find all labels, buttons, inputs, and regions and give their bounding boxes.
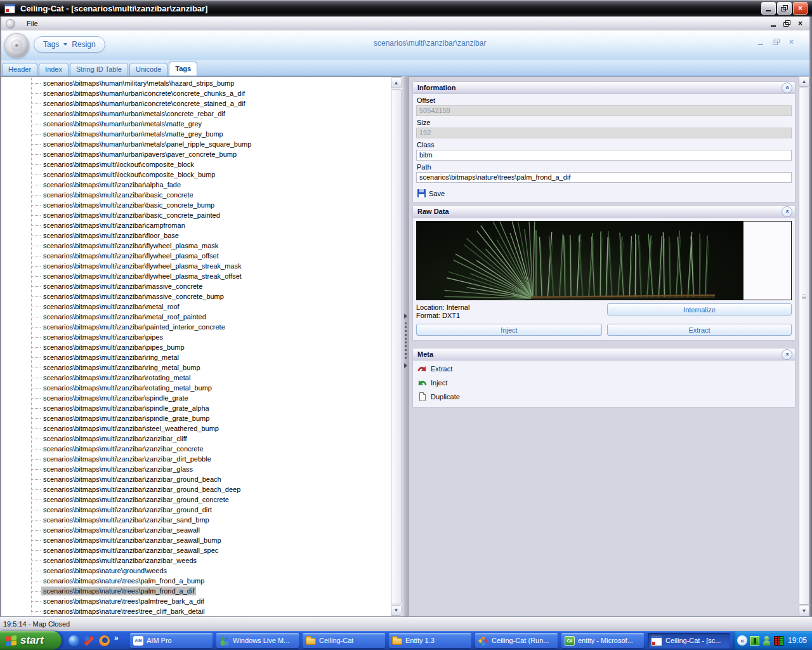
tree-item[interactable]: scenarios\bitmaps\multi\zanzibar\pipes [1,332,390,342]
splitter-grip[interactable] [405,322,407,359]
tree-item[interactable]: scenarios\bitmaps\multi\zanzibar\steel_w… [1,423,390,434]
taskbar-task-ceiling-cat-sc[interactable]: Ceiling-Cat - [sc... [648,633,730,648]
tree-item[interactable]: scenarios\bitmaps\multi\zanzibar\basic_c… [1,210,390,220]
tree-item[interactable]: scenarios\bitmaps\human\urban\metals\con… [1,109,390,119]
tab-unicode[interactable]: Unicode [129,63,167,76]
collapse-chevron-icon[interactable]: « [782,83,792,93]
tree-item[interactable]: scenarios\bitmaps\multi\zanzibar\spindle… [1,403,390,413]
tree-item[interactable]: scenarios\bitmaps\nature\ground\weeds [1,566,390,576]
collapse-chevron-icon[interactable]: « [782,349,792,360]
tab-index[interactable]: Index [39,63,69,76]
tree-item[interactable]: scenarios\bitmaps\multi\zanzibar\metal_r… [1,302,390,312]
meta-extract-item[interactable]: Extract [413,362,795,376]
tree-item[interactable]: scenarios\bitmaps\human\urban\metals\mat… [1,129,390,139]
tree-item[interactable]: scenarios\bitmaps\multi\zanzibar\zanziba… [1,545,390,555]
tree-item[interactable]: scenarios\bitmaps\multi\zanzibar\zanziba… [1,434,390,444]
tree-item[interactable]: scenarios\bitmaps\multi\zanzibar\zanziba… [1,464,390,474]
toolbar-minimize-button[interactable] [757,39,765,46]
tree-item[interactable]: scenarios\bitmaps\multi\zanzibar\zanziba… [1,474,390,484]
tree-item[interactable]: scenarios\bitmaps\multi\zanzibar\flywhee… [1,251,390,261]
tree-item[interactable]: scenarios\bitmaps\multi\zanzibar\zanziba… [1,535,390,545]
save-button[interactable]: Save [417,189,790,197]
tree-item[interactable]: scenarios\bitmaps\multi\zanzibar\zanziba… [1,454,390,464]
mdi-minimize-button[interactable] [769,20,778,27]
tree-item[interactable]: scenarios\bitmaps\multi\zanzibar\alpha_f… [1,180,390,190]
tree-item[interactable]: scenarios\bitmaps\nature\trees\palm_fron… [1,586,390,596]
tree-item[interactable]: scenarios\bitmaps\multi\zanzibar\pipes_b… [1,342,390,352]
tree-item[interactable]: scenarios\bitmaps\human\urban\metals\pan… [1,139,390,149]
mdi-close-button[interactable]: × [796,20,804,27]
quick-launch-overflow[interactable]: » [114,633,119,642]
tree-item[interactable]: scenarios\bitmaps\multi\zanzibar\flywhee… [1,241,390,251]
tree-item[interactable]: scenarios\bitmaps\multi\zanzibar\rotatin… [1,373,390,383]
extract-button[interactable]: Extract [607,324,792,336]
tree-item[interactable]: scenarios\bitmaps\human\urban\concrete\c… [1,88,390,98]
aim-man-icon[interactable] [84,635,95,646]
taskbar-task-entity-1-3[interactable]: Entity 1.3 [389,633,471,648]
tree-item[interactable]: scenarios\bitmaps\human\urban\metals\mat… [1,119,390,129]
tab-header[interactable]: Header [2,63,37,76]
tab-tags[interactable]: Tags [169,62,197,76]
tree-item[interactable]: scenarios\bitmaps\nature\trees\tree_clif… [1,606,390,615]
tree-item[interactable]: scenarios\bitmaps\multi\zanzibar\zanziba… [1,444,390,454]
taskbar-task-ceiling-cat[interactable]: Ceiling-Cat [303,633,385,648]
tree-scrollbar[interactable]: ▲ ▼ [391,77,402,616]
firefox-icon[interactable] [99,635,110,646]
tree-item[interactable]: scenarios\bitmaps\multi\zanzibar\zanziba… [1,505,390,515]
taskbar-clock[interactable]: 19:05 [788,636,807,645]
mdi-child-system-icon[interactable] [6,19,15,29]
tree-item[interactable]: scenarios\bitmaps\multi\zanzibar\painted… [1,322,390,332]
toolbar-close-button[interactable]: × [787,39,796,46]
taskbar-task-ceiling-cat-run[interactable]: Ceiling-Cat (Run... [475,633,558,648]
tree-item[interactable]: scenarios\bitmaps\multi\zanzibar\zanziba… [1,494,390,505]
disc-orb-button[interactable] [4,33,29,58]
scroll-down-icon[interactable]: ▼ [799,606,809,616]
tree-item[interactable]: scenarios\bitmaps\nature\trees\palm_fron… [1,576,390,586]
tree-item[interactable]: scenarios\bitmaps\multi\zanzibar\ring_me… [1,362,390,373]
inject-button[interactable]: Inject [416,324,602,336]
tree-item[interactable]: scenarios\bitmaps\multi\zanzibar\flywhee… [1,261,390,271]
splitter-arrow-icon[interactable] [404,314,407,319]
class-field[interactable]: bitm [416,150,792,161]
tree-item[interactable]: scenarios\bitmaps\multi\zanzibar\zanziba… [1,484,390,494]
detail-scrollbar[interactable]: ▲ ▼ [799,76,809,616]
close-button[interactable]: × [793,2,808,15]
tree-item[interactable]: scenarios\bitmaps\multi\zanzibar\massive… [1,281,390,291]
tree-item[interactable]: scenarios\bitmaps\nature\trees\palmtree_… [1,596,390,606]
collapse-chevron-icon[interactable]: « [782,206,792,217]
panel-splitter[interactable] [402,76,409,616]
scroll-thumb[interactable] [391,89,402,604]
tags-menu-button[interactable]: Tags [43,40,59,49]
restore-button[interactable] [777,2,792,15]
path-field[interactable]: scenarios\bitmaps\nature\trees\palm_fron… [416,172,792,183]
tree-item[interactable]: scenarios\bitmaps\multi\zanzibar\floor_b… [1,230,390,241]
tree-item[interactable]: scenarios\bitmaps\multi\zanzibar\zanziba… [1,525,390,535]
tree-item[interactable]: scenarios\bitmaps\human\urban\pavers\pav… [1,149,390,159]
toolbar-restore-button[interactable] [772,39,780,46]
tree-item[interactable]: scenarios\bitmaps\multi\zanzibar\zanziba… [1,515,390,525]
menu-file[interactable]: File [23,18,42,29]
tree-item[interactable]: scenarios\bitmaps\human\urban\concrete\c… [1,98,390,109]
msn-sphere-icon[interactable] [69,635,79,646]
tree-item[interactable]: scenarios\bitmaps\multi\zanzibar\campfro… [1,220,390,230]
taskbar-task-entity-microsof[interactable]: C#entity - Microsof... [561,633,644,648]
scroll-thumb[interactable] [799,88,809,605]
network-meter-icon[interactable] [774,636,783,646]
tray-app-icon[interactable] [750,636,759,646]
resign-button[interactable]: Resign [72,40,95,49]
tree-item[interactable]: scenarios\bitmaps\multi\zanzibar\spindle… [1,413,390,423]
meta-duplicate-item[interactable]: Duplicate [413,390,795,404]
tray-collapse-icon[interactable]: « [737,635,747,646]
tab-string-id-table[interactable]: String ID Table [70,63,128,76]
tree-item[interactable]: scenarios\bitmaps\multi\zanzibar\flywhee… [1,271,390,281]
taskbar-task-windows-live-m[interactable]: Windows Live M... [216,633,299,648]
meta-inject-item[interactable]: Inject [413,376,795,390]
tree-item[interactable]: scenarios\bitmaps\multi\zanzibar\ring_me… [1,352,390,362]
start-button[interactable]: start [0,631,62,650]
internalize-button[interactable]: Internalize [607,303,792,315]
tree-item[interactable]: scenarios\bitmaps\multi\zanzibar\basic_c… [1,200,390,210]
scroll-down-icon[interactable]: ▼ [391,605,402,616]
mdi-restore-button[interactable] [783,20,791,27]
tree-item[interactable]: scenarios\bitmaps\multi\zanzibar\spindle… [1,393,390,403]
minimize-button[interactable] [761,2,776,15]
